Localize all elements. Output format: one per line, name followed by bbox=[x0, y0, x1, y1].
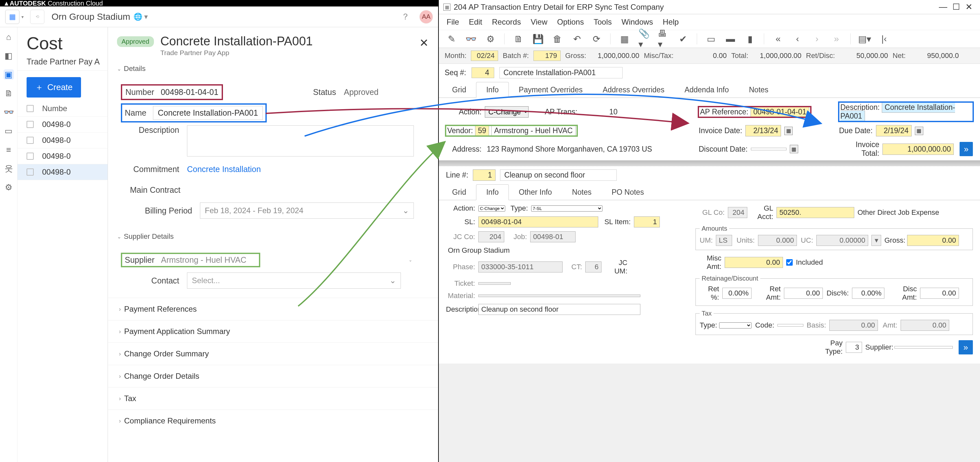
tab-info[interactable]: Info bbox=[476, 82, 509, 98]
invoice-total-field[interactable]: 1,000,000.00 bbox=[883, 143, 954, 155]
settings-icon[interactable]: ⚙ bbox=[3, 182, 14, 192]
action-select[interactable]: C-Change bbox=[485, 106, 528, 117]
spellcheck-icon[interactable]: ✔ bbox=[677, 33, 688, 44]
module-picker-button[interactable]: ▦ bbox=[5, 10, 19, 24]
sub-tab-label[interactable]: Trade Partner Pay A bbox=[27, 57, 100, 67]
budget-icon[interactable]: ◧ bbox=[3, 51, 14, 61]
tab-grid[interactable]: Grid bbox=[442, 184, 476, 200]
line-action-select[interactable]: C-Change bbox=[478, 205, 505, 211]
save-icon[interactable]: 💾 bbox=[533, 33, 544, 44]
menu-edit[interactable]: Edit bbox=[469, 17, 482, 27]
expand-button[interactable]: » bbox=[959, 340, 973, 354]
discpct-field[interactable]: 0.00% bbox=[852, 288, 885, 299]
menu-records[interactable]: Records bbox=[492, 17, 521, 27]
user-avatar[interactable]: AA bbox=[419, 10, 433, 24]
undo-icon[interactable]: ↶ bbox=[571, 33, 582, 44]
included-checkbox[interactable] bbox=[786, 259, 793, 266]
retpct-field[interactable]: 0.00% bbox=[722, 288, 751, 299]
last-icon[interactable]: » bbox=[831, 33, 842, 44]
tab-addenda[interactable]: Addenda Info bbox=[675, 82, 739, 98]
cost-icon[interactable]: ▣ bbox=[3, 69, 14, 80]
home-icon[interactable]: ⌂ bbox=[3, 32, 14, 42]
minimize-button[interactable]: — bbox=[937, 2, 950, 12]
module-picker-caret-icon[interactable]: ▾ bbox=[21, 14, 24, 19]
vendor-number-field[interactable]: 59 bbox=[475, 125, 489, 136]
section-payment-app-summary[interactable]: ›Payment Application Summary bbox=[108, 320, 438, 343]
tab-other-info[interactable]: Other Info bbox=[509, 184, 562, 200]
calendar-icon[interactable]: ▦ bbox=[915, 127, 923, 135]
new-icon[interactable]: 🗎 bbox=[513, 33, 524, 44]
binoculars-icon[interactable]: 👓 bbox=[3, 107, 14, 117]
back-button[interactable]: ⟲ bbox=[30, 10, 45, 24]
row-checkbox[interactable] bbox=[27, 152, 34, 160]
find-icon[interactable]: 👓 bbox=[465, 33, 476, 44]
row-checkbox[interactable] bbox=[27, 121, 34, 128]
menu-file[interactable]: File bbox=[447, 17, 459, 27]
commitment-link[interactable]: Concrete Installation bbox=[187, 165, 261, 174]
menu-options[interactable]: Options bbox=[557, 17, 584, 27]
calendar-icon[interactable]: ▦ bbox=[790, 145, 798, 153]
discount-date-field[interactable] bbox=[751, 148, 786, 150]
list-icon[interactable]: ≡ bbox=[3, 144, 14, 155]
globe-icon[interactable]: 🌐 ▾ bbox=[134, 13, 148, 21]
attach-icon[interactable]: 📎▾ bbox=[638, 33, 649, 44]
billing-period-select[interactable]: Feb 18, 2024 - Feb 19, 2024 ⌄ bbox=[200, 203, 414, 219]
first-icon[interactable]: « bbox=[773, 33, 784, 44]
edit-icon[interactable]: ✎ bbox=[446, 33, 457, 44]
select-all-checkbox[interactable] bbox=[27, 105, 34, 112]
row-checkbox[interactable] bbox=[27, 168, 34, 176]
calendar-icon[interactable]: ▦ bbox=[784, 127, 793, 135]
expand-button[interactable]: » bbox=[959, 142, 973, 156]
glacct-field[interactable]: 50250. bbox=[776, 207, 854, 218]
goto-first-icon[interactable]: |‹ bbox=[878, 33, 889, 44]
prev-icon[interactable]: ‹ bbox=[792, 33, 803, 44]
panel3-icon[interactable]: ▮ bbox=[745, 33, 756, 44]
panel2-icon[interactable]: ▬ bbox=[725, 33, 736, 44]
invoice-date-field[interactable]: 2/13/24 bbox=[745, 125, 781, 137]
chevron-down-icon[interactable]: ⌄ bbox=[409, 257, 412, 262]
maximize-button[interactable]: ☐ bbox=[950, 2, 963, 12]
tab-payment-overrides[interactable]: Payment Overrides bbox=[509, 82, 593, 98]
apref-field[interactable]: 00498-01-04-01 bbox=[751, 106, 810, 117]
members-icon[interactable]: 웃 bbox=[3, 163, 14, 174]
line-desc-input[interactable]: Cleanup on second floor bbox=[478, 304, 640, 315]
section-change-order-summary[interactable]: ›Change Order Summary bbox=[108, 343, 438, 365]
panel1-icon[interactable]: ▭ bbox=[705, 33, 716, 44]
contact-select[interactable]: Select... ⌄ bbox=[187, 273, 401, 289]
row-checkbox[interactable] bbox=[27, 137, 34, 144]
sl-field[interactable]: 00498-01-04 bbox=[478, 216, 598, 227]
col-number[interactable]: Numbe bbox=[42, 104, 67, 113]
section-compliance[interactable]: ›Compliance Requirements bbox=[108, 410, 438, 432]
section-change-order-details[interactable]: ›Change Order Details bbox=[108, 365, 438, 387]
uc-dropdown[interactable]: ▾ bbox=[872, 235, 881, 246]
description-textarea[interactable] bbox=[187, 125, 414, 157]
seq-field[interactable]: 4 bbox=[471, 67, 494, 78]
refresh-icon[interactable]: ⟳ bbox=[591, 33, 602, 44]
name-input[interactable]: Concrete Installation-PA001 bbox=[153, 106, 263, 120]
batch-field[interactable]: 179 bbox=[533, 51, 561, 61]
menu-tools[interactable]: Tools bbox=[594, 17, 612, 27]
line-type-select[interactable]: 7-SL bbox=[531, 205, 603, 211]
project-name[interactable]: Orn Group Stadium bbox=[51, 12, 130, 22]
seq-desc-field[interactable]: Concrete Installation-PA001 bbox=[500, 67, 622, 78]
tab-info[interactable]: Info bbox=[476, 184, 509, 200]
miscamt-field[interactable]: 0.00 bbox=[725, 257, 783, 268]
close-button[interactable]: ✕ bbox=[963, 2, 975, 12]
next-icon[interactable]: › bbox=[811, 33, 822, 44]
due-date-field[interactable]: 2/19/24 bbox=[876, 125, 912, 137]
close-icon[interactable]: ✕ bbox=[419, 36, 428, 49]
details-section-toggle[interactable]: ⌄ Details bbox=[108, 60, 438, 78]
menu-windows[interactable]: Windows bbox=[622, 17, 653, 27]
tab-notes[interactable]: Notes bbox=[739, 82, 778, 98]
tab-notes[interactable]: Notes bbox=[562, 184, 601, 200]
create-button[interactable]: ＋ Create bbox=[27, 77, 81, 97]
line-desc-field[interactable]: Cleanup on second floor bbox=[500, 170, 617, 181]
section-tax[interactable]: ›Tax bbox=[108, 387, 438, 410]
line-number-field[interactable]: 1 bbox=[473, 170, 495, 181]
delete-icon[interactable]: 🗑 bbox=[552, 33, 563, 44]
month-field[interactable]: 02/24 bbox=[471, 51, 498, 61]
retamt-field[interactable]: 0.00 bbox=[784, 288, 823, 299]
taxtype-select[interactable] bbox=[719, 322, 751, 329]
grid-icon[interactable]: ▦ bbox=[619, 33, 630, 44]
gear-icon[interactable]: ⚙ bbox=[485, 33, 496, 44]
